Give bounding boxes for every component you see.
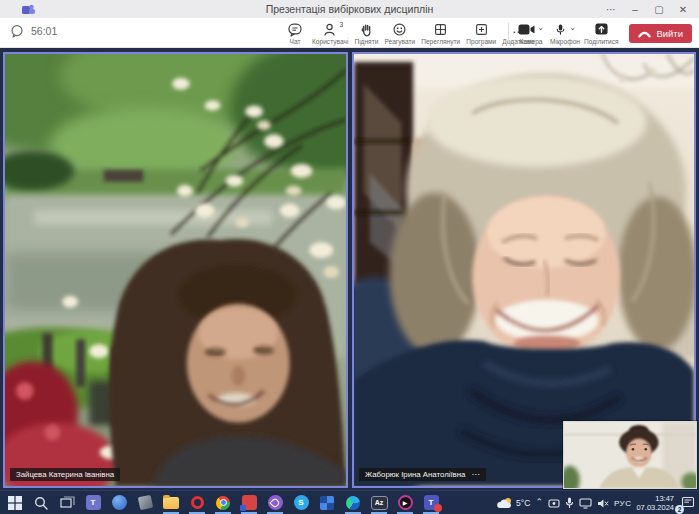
- leave-button[interactable]: Вийти: [629, 24, 692, 43]
- people-icon: 3: [323, 22, 337, 37]
- taskbar-clock[interactable]: 13:47 07.03.2024: [636, 494, 674, 513]
- taskbar-app-red-button[interactable]: [236, 491, 262, 514]
- apps-plus-icon: [474, 22, 489, 37]
- viber-icon: [268, 495, 283, 510]
- raise-hand-icon: [359, 22, 373, 37]
- view-label: Переглянути: [421, 38, 460, 45]
- windows-logo-icon: [8, 496, 22, 510]
- system-tray: 5°C ⌃ РУС 13:47 07.03.2024: [497, 491, 697, 514]
- task-view-button[interactable]: [54, 491, 80, 514]
- teams-app-icon: T: [86, 495, 101, 510]
- meeting-toolbar: 56:01 Чат 3: [0, 18, 699, 48]
- window-more-button[interactable]: ⋯: [599, 0, 623, 18]
- apps-button[interactable]: Програми: [463, 19, 499, 47]
- search-icon: [34, 496, 48, 510]
- participants-count-badge: 3: [340, 21, 344, 28]
- chat-icon: [287, 22, 303, 37]
- notification-center-button[interactable]: 2: [681, 494, 695, 512]
- window-minimize-button[interactable]: –: [623, 0, 647, 18]
- teams-call-icon: T: [424, 495, 439, 510]
- taskbar-app-blue-button[interactable]: [106, 491, 132, 514]
- window-controls: ⋯ – ▢ ✕: [599, 0, 695, 18]
- participant-name-left-text: Зайцева Катерина Іванівна: [16, 470, 114, 479]
- notification-count-badge: 2: [675, 505, 684, 514]
- opera-button[interactable]: [184, 491, 210, 514]
- camera-label: Камера: [519, 38, 542, 45]
- teams-meeting-window: Презентація вибіркових дисциплін ⋯ – ▢ ✕…: [0, 0, 699, 514]
- raise-hand-label: Підняти: [354, 38, 378, 45]
- self-view-video: [564, 422, 696, 488]
- self-view[interactable]: [563, 421, 697, 489]
- blue-app-icon: [112, 495, 127, 510]
- participant-name-left: Зайцева Катерина Іванівна: [10, 468, 120, 481]
- chat-button[interactable]: Чат: [281, 19, 309, 47]
- skype-icon: S: [294, 495, 309, 510]
- teams-call-button[interactable]: T: [418, 491, 444, 514]
- media-app-button[interactable]: ▶: [392, 491, 418, 514]
- az-app-button[interactable]: Az: [366, 491, 392, 514]
- file-explorer-button[interactable]: [158, 491, 184, 514]
- viber-button[interactable]: [262, 491, 288, 514]
- taskbar-teams-button[interactable]: T: [80, 491, 106, 514]
- clock-date: 07.03.2024: [636, 503, 674, 512]
- chrome-button[interactable]: [210, 491, 236, 514]
- media-play-icon: ▶: [398, 495, 413, 510]
- share-button[interactable]: Поділитися: [582, 19, 621, 47]
- skype-button[interactable]: S: [288, 491, 314, 514]
- clock-time: 13:47: [636, 494, 674, 503]
- meeting-bubble-icon: [10, 24, 24, 38]
- participant-tile-left[interactable]: Зайцева Катерина Іванівна: [3, 52, 348, 488]
- device-buttons: ⌄ Камера ⌄ Мікрофон: [514, 19, 621, 47]
- edge-button[interactable]: [340, 491, 366, 514]
- microphone-icon: [554, 22, 567, 37]
- camera-chevron-icon[interactable]: ⌄: [537, 23, 544, 32]
- share-icon: [594, 22, 609, 36]
- react-label: Реагувати: [384, 38, 415, 45]
- taskbar-search-button[interactable]: [28, 491, 54, 514]
- microphone-label: Мікрофон: [550, 38, 580, 45]
- chrome-icon: [216, 496, 230, 510]
- microphone-button[interactable]: ⌄ Мікрофон: [548, 19, 582, 47]
- view-button[interactable]: Переглянути: [418, 19, 463, 47]
- camera-icon: [518, 23, 535, 36]
- weather-temp: 5°C: [516, 498, 530, 508]
- hangup-icon: [638, 30, 651, 38]
- participant-more-icon[interactable]: ⋯: [471, 470, 480, 479]
- participants-label: Користувачі: [312, 38, 348, 45]
- taskbar-app-grid-button[interactable]: [314, 491, 340, 514]
- gray-app-icon: [137, 495, 152, 510]
- participant-name-right-text: Жаборюк Ірина Анатоліївна: [365, 470, 465, 479]
- window-maximize-button[interactable]: ▢: [647, 0, 671, 18]
- tray-microphone-icon[interactable]: [565, 497, 574, 509]
- edge-icon: [346, 496, 360, 510]
- meeting-title: Презентація вибіркових дисциплін: [0, 3, 699, 15]
- chat-label: Чат: [290, 38, 301, 45]
- raise-hand-button[interactable]: Підняти: [351, 19, 381, 47]
- taskbar-apps: T S: [0, 491, 444, 514]
- tray-device-icon[interactable]: [548, 498, 560, 509]
- react-smiley-icon: [392, 22, 407, 37]
- tray-display-icon[interactable]: [579, 498, 592, 509]
- weather-widget[interactable]: 5°C: [497, 497, 530, 509]
- microphone-chevron-icon[interactable]: ⌄: [569, 23, 576, 32]
- react-button[interactable]: Реагувати: [381, 19, 418, 47]
- participants-button[interactable]: 3 Користувачі: [309, 19, 351, 47]
- red-app-icon: [242, 495, 257, 510]
- meeting-timer: 56:01: [10, 24, 57, 38]
- tray-speaker-icon[interactable]: [597, 498, 609, 509]
- meeting-timer-value: 56:01: [31, 25, 57, 37]
- meeting-stage: Зайцева Катерина Іванівна: [0, 48, 699, 490]
- share-label: Поділитися: [584, 38, 619, 45]
- windows-taskbar: T S: [0, 490, 699, 514]
- title-bar: Презентація вибіркових дисциплін ⋯ – ▢ ✕: [0, 0, 699, 18]
- task-view-icon: [60, 496, 75, 509]
- tray-expand-chevron[interactable]: ⌃: [535, 497, 543, 507]
- grid-app-icon: [320, 496, 334, 510]
- opera-icon: [191, 496, 204, 509]
- start-button[interactable]: [2, 491, 28, 514]
- leave-label: Вийти: [656, 28, 683, 39]
- keyboard-language[interactable]: РУС: [614, 499, 632, 508]
- camera-button[interactable]: ⌄ Камера: [514, 19, 548, 47]
- taskbar-app-gray-button[interactable]: [132, 491, 158, 514]
- window-close-button[interactable]: ✕: [671, 0, 695, 18]
